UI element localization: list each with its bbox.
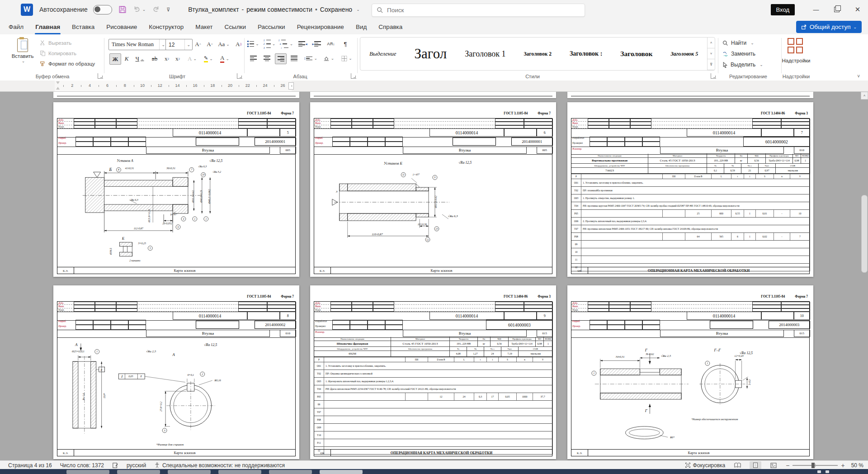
tab-главная[interactable]: Главная bbox=[29, 19, 66, 34]
styles-dialog-launcher[interactable] bbox=[711, 73, 716, 79]
style-item-2[interactable]: Заголовок 1 bbox=[456, 49, 514, 59]
document-page-1[interactable]: ГОСТ 3.1105-84Форма 7Дубл.Взам.Подл.0114… bbox=[53, 102, 299, 277]
tab-рисование[interactable]: Рисование bbox=[100, 19, 143, 34]
document-page-6[interactable]: ГОСТ 3.1105-84Форма 7Дубл.Взам.Подл.0114… bbox=[567, 285, 813, 459]
collapse-ribbon-chevron-icon[interactable]: ˅ bbox=[857, 74, 860, 79]
font-size-select[interactable]: 12 ⌄ bbox=[165, 39, 193, 50]
text-effects-button[interactable]: А⌄ bbox=[185, 53, 199, 64]
superscript-button[interactable]: x2 bbox=[173, 53, 183, 64]
scroll-up-icon[interactable]: ˄ bbox=[861, 92, 868, 100]
strikethrough-button[interactable]: ab bbox=[149, 53, 160, 64]
show-marks-button[interactable]: ¶ bbox=[340, 39, 351, 49]
tab-вид[interactable]: Вид bbox=[350, 19, 373, 34]
minimize-button[interactable]: — bbox=[806, 0, 826, 19]
zoom-in-icon[interactable]: + bbox=[841, 462, 844, 469]
taskbar-tile[interactable] bbox=[320, 470, 363, 474]
document-page-3[interactable]: ГОСТ 3.1404-86Форма 3Дубл.Взам.Подл.0114… bbox=[567, 102, 813, 277]
web-layout-button[interactable] bbox=[768, 461, 779, 469]
zoom-slider-thumb[interactable] bbox=[811, 463, 815, 468]
language-indicator[interactable]: русский bbox=[127, 462, 146, 469]
document-canvas[interactable]: ГОСТ 3.1105-84Форма 7Дубл.Взам.Подл.0114… bbox=[0, 92, 868, 460]
word-count[interactable]: Число слов: 1372 bbox=[60, 462, 104, 469]
styles-gallery-expand[interactable]: ⊽ bbox=[708, 59, 715, 70]
taskbar-tile[interactable] bbox=[117, 470, 160, 474]
undo-icon[interactable]: ⌄ bbox=[133, 5, 146, 14]
document-page-4[interactable]: ГОСТ 3.1105-84Форма 7Дубл.Взам.Подл.0114… bbox=[53, 285, 299, 459]
clipboard-dialog-launcher[interactable] bbox=[98, 73, 103, 79]
redo-icon[interactable] bbox=[152, 5, 160, 14]
taskbar-tile[interactable] bbox=[66, 470, 109, 474]
align-center-button[interactable] bbox=[261, 53, 272, 63]
zoom-slider[interactable]: − + bbox=[786, 462, 844, 469]
search-input[interactable]: Поиск bbox=[372, 4, 585, 17]
italic-button[interactable]: К bbox=[122, 53, 131, 64]
font-name-select[interactable]: Times New Roman ⌄ bbox=[108, 39, 167, 50]
restore-button[interactable] bbox=[826, 0, 847, 19]
style-item-4[interactable]: Заголовок : bbox=[561, 50, 611, 57]
styles-scroll-up[interactable]: ˄ bbox=[708, 38, 715, 48]
indent-marker[interactable] bbox=[56, 81, 60, 90]
save-icon[interactable] bbox=[118, 5, 127, 14]
copy-button[interactable]: Копировать bbox=[40, 50, 76, 56]
read-mode-button[interactable] bbox=[731, 461, 743, 469]
style-item-6[interactable]: Заголовок 5 bbox=[662, 51, 708, 57]
vertical-scrollbar[interactable]: ˄ bbox=[861, 92, 867, 460]
line-spacing-button[interactable]: ↕⌄ bbox=[304, 53, 317, 63]
zoom-out-icon[interactable]: − bbox=[786, 462, 789, 469]
proofing-icon[interactable] bbox=[112, 462, 118, 469]
paste-button[interactable]: Вставить ⌄ bbox=[10, 37, 35, 70]
page-indicator[interactable]: Страница 4 из 16 bbox=[8, 462, 52, 469]
zoom-level[interactable]: 50 % bbox=[851, 462, 863, 469]
bullet-list-button[interactable]: ⌄ bbox=[248, 39, 259, 49]
underline-button[interactable]: Ч⌄ bbox=[133, 53, 146, 64]
numbered-list-button[interactable]: 123⌄ bbox=[264, 39, 275, 49]
paragraph-dialog-launcher[interactable] bbox=[351, 73, 356, 79]
font-dialog-launcher[interactable] bbox=[237, 73, 242, 79]
tab-макет[interactable]: Макет bbox=[189, 19, 218, 34]
justify-button[interactable] bbox=[288, 53, 299, 63]
document-page-2[interactable]: ГОСТ 3.1105-84Форма 7Дубл.Взам.Подл.0114… bbox=[310, 102, 556, 277]
grow-font-button[interactable]: А˄ bbox=[193, 39, 203, 49]
tab-конструктор[interactable]: Конструктор bbox=[143, 19, 189, 34]
styles-scroll-down[interactable]: ˅ bbox=[708, 48, 715, 59]
shading-button[interactable]: ⌄ bbox=[322, 53, 335, 63]
tab-справка[interactable]: Справка bbox=[373, 19, 408, 34]
tab-ссылки[interactable]: Ссылки bbox=[219, 19, 252, 34]
sort-button[interactable]: АЯ↓ bbox=[326, 39, 336, 49]
autosave-toggle[interactable] bbox=[93, 5, 112, 14]
decrease-indent-button[interactable]: ◂ bbox=[297, 39, 308, 49]
format-painter-button[interactable]: Формат по образцу bbox=[40, 61, 95, 66]
cut-button[interactable]: Вырезать bbox=[40, 40, 71, 46]
tab-file[interactable]: Файл bbox=[3, 19, 29, 34]
change-case-button[interactable]: Аа⌄ bbox=[217, 39, 231, 49]
style-item-3[interactable]: Заголовок 2 bbox=[515, 51, 561, 57]
style-item-5[interactable]: Заголовок bbox=[611, 50, 661, 58]
bold-button[interactable]: Ж bbox=[109, 53, 121, 65]
align-right-button[interactable] bbox=[275, 53, 287, 64]
document-page-5[interactable]: ГОСТ 3.1404-86Форма 3Дубл.Взам.Подл.0114… bbox=[310, 285, 556, 459]
replace-button[interactable]: bc Заменить bbox=[722, 51, 755, 57]
clear-formatting-button[interactable]: А◊ bbox=[233, 39, 244, 49]
find-button[interactable]: Найти⌄ bbox=[722, 40, 754, 46]
tab-рассылки[interactable]: Рассылки bbox=[252, 19, 291, 34]
sign-in-button[interactable]: Вход bbox=[771, 4, 795, 15]
taskbar-tile[interactable] bbox=[269, 470, 312, 474]
close-button[interactable]: ✕ bbox=[847, 0, 868, 19]
increase-indent-button[interactable]: ▸ bbox=[311, 39, 322, 49]
scrollbar-thumb[interactable] bbox=[861, 195, 868, 273]
quick-access-chevron-icon[interactable]: ⊽ bbox=[166, 7, 170, 13]
horizontal-ruler[interactable]: 2468101214161820222426 bbox=[0, 81, 868, 92]
highlight-button[interactable]: ✎⌄ bbox=[202, 53, 215, 64]
subscript-button[interactable]: x2 bbox=[162, 53, 172, 64]
taskbar-tile[interactable] bbox=[218, 470, 261, 474]
addins-icon[interactable] bbox=[788, 38, 805, 55]
accessibility-status[interactable]: Специальные возможности: не поддерживают… bbox=[154, 462, 285, 469]
borders-button[interactable]: ⌄ bbox=[340, 53, 354, 63]
shrink-font-button[interactable]: А˅ bbox=[204, 39, 215, 49]
windows-taskbar[interactable] bbox=[0, 469, 868, 474]
tab-рецензирование[interactable]: Рецензирование bbox=[291, 19, 350, 34]
style-item-0[interactable]: Выделение bbox=[360, 50, 405, 57]
addins-button[interactable]: Надстройки bbox=[782, 58, 810, 63]
style-item-1[interactable]: Загол bbox=[405, 46, 456, 62]
tab-вставка[interactable]: Вставка bbox=[66, 19, 100, 34]
